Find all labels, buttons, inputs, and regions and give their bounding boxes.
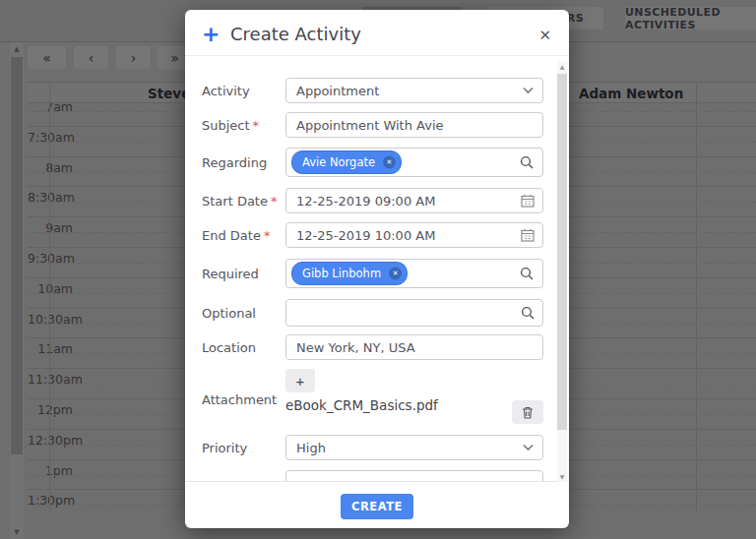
- activity-label: Activity: [202, 84, 250, 98]
- optional-attendee-input[interactable]: [285, 299, 543, 327]
- location-label: Location: [202, 340, 256, 355]
- chip-remove-icon[interactable]: ✕: [389, 268, 402, 280]
- plus-icon: +: [202, 22, 220, 46]
- dialog-header: + Create Activity ✕: [185, 10, 569, 56]
- create-activity-dialog: + Create Activity ✕ Activity Appointment…: [185, 10, 569, 528]
- end-date-input[interactable]: [285, 222, 543, 248]
- delete-attachment-button[interactable]: [512, 400, 543, 424]
- calendar-icon[interactable]: [521, 194, 535, 208]
- end-date-label: End Date*: [202, 228, 270, 243]
- clipped-next-field[interactable]: [285, 470, 543, 481]
- chevron-down-icon: [523, 88, 534, 94]
- scrollbar-thumb[interactable]: [557, 74, 567, 430]
- regarding-chip: Avie Norgate ✕: [291, 150, 402, 174]
- search-icon[interactable]: [521, 306, 535, 320]
- required-attendee-chip: Gibb Linbohm ✕: [291, 262, 408, 285]
- dialog-footer: CREATE: [185, 481, 569, 528]
- search-icon[interactable]: [520, 155, 534, 169]
- scroll-down-icon[interactable]: ▼: [557, 473, 567, 480]
- activity-select[interactable]: Appointment: [285, 78, 543, 103]
- activity-value: Appointment: [296, 84, 379, 98]
- required-marker: *: [253, 118, 260, 133]
- dialog-scrollbar[interactable]: ▲ ▼: [557, 61, 567, 482]
- regarding-label: Regarding: [202, 155, 267, 170]
- calendar-icon[interactable]: [521, 228, 535, 242]
- priority-label: Priority: [202, 441, 247, 455]
- subject-input[interactable]: [285, 112, 543, 138]
- attachment-label: Attachment: [202, 392, 277, 407]
- search-icon[interactable]: [520, 267, 534, 280]
- dialog-title: Create Activity: [230, 24, 361, 44]
- regarding-lookup-field[interactable]: Avie Norgate ✕: [285, 148, 543, 177]
- dialog-body: Activity Appointment Subject* Regarding …: [185, 56, 569, 481]
- attachment-file-name: eBook_CRM_Basics.pdf: [285, 397, 438, 413]
- priority-value: High: [296, 441, 326, 455]
- subject-label: Subject*: [202, 118, 259, 133]
- add-attachment-button[interactable]: +: [285, 369, 315, 392]
- required-attendee-label: Required: [202, 267, 259, 281]
- optional-attendee-label: Optional: [202, 306, 256, 321]
- close-icon[interactable]: ✕: [538, 27, 551, 44]
- required-attendee-lookup-field[interactable]: Gibb Linbohm ✕: [285, 259, 543, 288]
- start-date-input[interactable]: [285, 188, 543, 213]
- create-button[interactable]: CREATE: [341, 494, 413, 519]
- start-date-label: Start Date*: [202, 194, 277, 209]
- chevron-down-icon: [523, 445, 534, 451]
- required-marker: *: [264, 228, 271, 243]
- required-marker: *: [271, 194, 278, 209]
- scroll-up-icon[interactable]: ▲: [557, 63, 567, 70]
- priority-select[interactable]: High: [285, 435, 543, 460]
- location-input[interactable]: [285, 334, 543, 360]
- chip-remove-icon[interactable]: ✕: [383, 156, 396, 169]
